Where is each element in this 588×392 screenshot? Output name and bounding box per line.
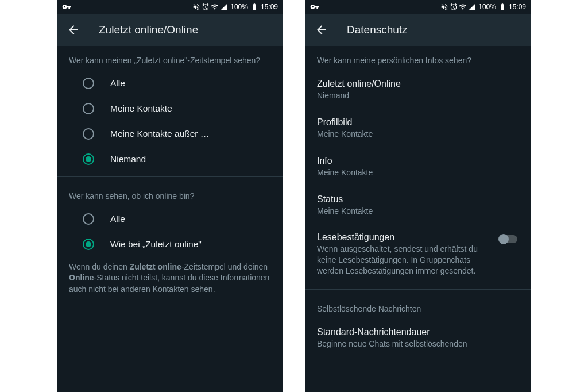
- radio-option-online-everyone[interactable]: Alle: [57, 206, 283, 232]
- arrow-back-icon: [315, 23, 328, 37]
- list-item-subtitle: Niemand: [317, 90, 519, 101]
- back-button[interactable]: [62, 18, 85, 41]
- section-header-disappearing: Selbstlöschende Nachrichten: [305, 294, 531, 319]
- radio-label: Wie bei „Zuletzt online": [110, 239, 202, 249]
- battery-percent: 100%: [478, 3, 496, 11]
- list-item-title: Profilbild: [317, 117, 519, 128]
- vpn-key-icon: [310, 2, 319, 11]
- alarm-icon: [202, 3, 210, 11]
- radio-icon: [83, 103, 94, 114]
- radio-option-contacts-except[interactable]: Meine Kontakte außer …: [57, 121, 283, 147]
- list-item-about[interactable]: Info Meine Kontakte: [305, 148, 531, 186]
- mute-icon: [440, 3, 448, 11]
- radio-icon: [83, 213, 94, 225]
- list-item-title: Info: [317, 156, 519, 166]
- divider: [305, 289, 531, 290]
- radio-icon: [83, 239, 94, 250]
- list-item-subtitle: Meine Kontakte: [317, 206, 519, 217]
- signal-icon: [220, 3, 228, 11]
- list-item-title: Status: [317, 194, 519, 205]
- info-text: Wenn du deinen Zuletzt online-Zeitstempe…: [57, 257, 283, 305]
- section-header-online: Wer kann sehen, ob ich online bin?: [57, 182, 283, 206]
- list-item-subtitle: Meine Kontakte: [317, 129, 519, 140]
- radio-icon: [83, 128, 94, 140]
- radio-option-everyone[interactable]: Alle: [57, 71, 283, 96]
- status-bar: 100% 15:09: [57, 0, 283, 14]
- list-item-profile-pic[interactable]: Profilbild Meine Kontakte: [305, 109, 531, 148]
- battery-percent: 100%: [230, 3, 248, 11]
- page-title: Datenschutz: [347, 24, 408, 36]
- phone-screen-privacy: 100% 15:09 Datenschutz Wer kann meine pe…: [305, 0, 531, 392]
- list-item-title: Standard-Nachrichtendauer: [317, 327, 519, 337]
- content-area: Wer kann meine persönlichen Infos sehen?…: [305, 46, 531, 392]
- app-bar: Zuletzt online/Online: [57, 14, 283, 46]
- alarm-icon: [450, 3, 458, 11]
- signal-icon: [468, 3, 476, 11]
- clock-time: 15:09: [261, 3, 278, 11]
- radio-option-online-same[interactable]: Wie bei „Zuletzt online": [57, 232, 283, 257]
- battery-icon: [250, 3, 258, 11]
- list-item-title: Lesebestätigungen: [317, 232, 492, 243]
- radio-label: Alle: [110, 78, 125, 89]
- read-receipts-toggle[interactable]: [498, 233, 519, 245]
- radio-label: Niemand: [110, 154, 146, 164]
- clock-time: 15:09: [509, 3, 526, 11]
- list-item-status[interactable]: Status Meine Kontakte: [305, 186, 531, 225]
- arrow-back-icon: [67, 23, 80, 37]
- vpn-key-icon: [62, 2, 71, 11]
- radio-icon: [83, 78, 94, 89]
- list-item-subtitle: Wenn ausgeschaltet, sendest und erhältst…: [317, 244, 492, 276]
- wifi-icon: [211, 3, 219, 11]
- radio-label: Meine Kontakte außer …: [110, 129, 209, 139]
- radio-option-nobody[interactable]: Niemand: [57, 147, 283, 172]
- radio-option-contacts[interactable]: Meine Kontakte: [57, 96, 283, 121]
- divider: [57, 176, 283, 177]
- battery-icon: [498, 3, 506, 11]
- app-bar: Datenschutz: [305, 14, 531, 46]
- content-area: Wer kann meinen „Zuletzt online"-Zeitste…: [57, 46, 283, 392]
- list-item-subtitle: Beginne neue Chats mit selbstlöschenden: [317, 339, 519, 349]
- page-title: Zuletzt online/Online: [99, 24, 198, 36]
- list-item-default-timer[interactable]: Standard-Nachrichtendauer Beginne neue C…: [305, 319, 531, 358]
- section-header-personal-info: Wer kann meine persönlichen Infos sehen?: [305, 46, 531, 71]
- list-item-subtitle: Meine Kontakte: [317, 167, 519, 178]
- radio-label: Meine Kontakte: [110, 103, 172, 114]
- radio-label: Alle: [110, 214, 125, 224]
- back-button[interactable]: [310, 18, 333, 41]
- list-item-title: Zuletzt online/Online: [317, 79, 519, 89]
- mute-icon: [192, 3, 200, 11]
- phone-screen-last-seen: 100% 15:09 Zuletzt online/Online Wer kan…: [57, 0, 283, 392]
- list-item-last-seen[interactable]: Zuletzt online/Online Niemand: [305, 71, 531, 109]
- section-header-last-seen: Wer kann meinen „Zuletzt online"-Zeitste…: [57, 46, 283, 71]
- list-item-read-receipts[interactable]: Lesebestätigungen Wenn ausgeschaltet, se…: [305, 224, 531, 285]
- status-bar: 100% 15:09: [305, 0, 531, 14]
- radio-icon: [83, 153, 94, 165]
- wifi-icon: [459, 3, 467, 11]
